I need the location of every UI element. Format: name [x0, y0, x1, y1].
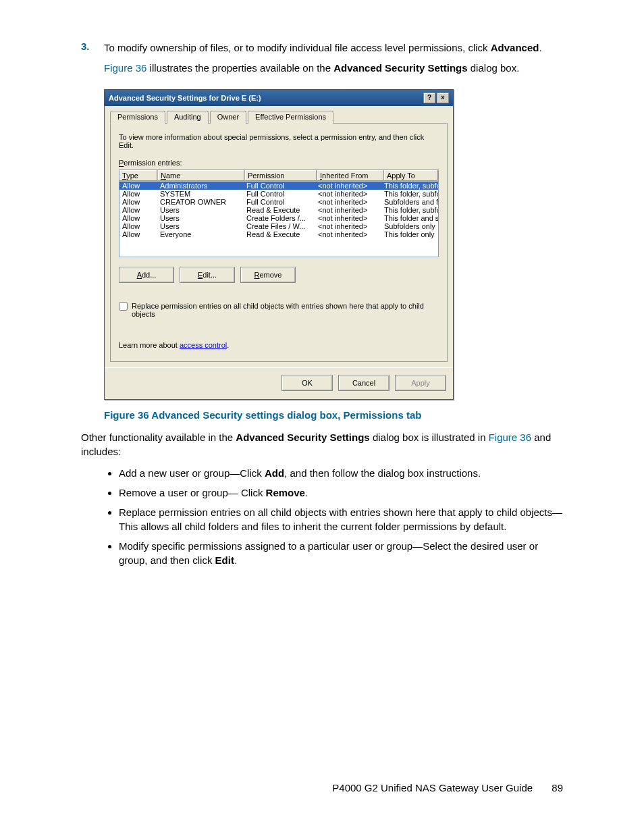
step-number: 3.: [81, 41, 104, 82]
step3-text-pre: To modify ownership of files, or to modi…: [104, 42, 491, 53]
adv-sec-settings-bold-1: Advanced Security Settings: [333, 62, 467, 74]
dialog-titlebar: Advanced Security Settings for Drive E (…: [105, 90, 453, 106]
figure-36-link-2[interactable]: Figure 36: [489, 432, 531, 443]
learn-more: Learn more about access control.: [119, 341, 439, 349]
list-item: Modify specific permissions assigned to …: [119, 539, 563, 567]
table-row[interactable]: AllowUsersCreate Folders /...<not inheri…: [119, 214, 438, 222]
tab-auditing[interactable]: Auditing: [167, 111, 209, 124]
adv-sec-settings-bold-2: Advanced Security Settings: [236, 432, 369, 443]
entry-buttons: Add... Edit... Remove: [119, 267, 439, 283]
after-paragraph: Other functionality available in the Adv…: [81, 430, 563, 460]
step-3: 3. To modify ownership of files, or to m…: [81, 41, 563, 82]
close-icon[interactable]: ×: [437, 93, 449, 103]
table-row[interactable]: AllowCREATOR OWNERFull Control<not inher…: [119, 198, 438, 206]
dialog-title: Advanced Security Settings for Drive E (…: [109, 94, 422, 102]
step3-line2-post: dialog box.: [468, 62, 520, 74]
step3-line2-mid: illustrates the properties available on …: [146, 62, 333, 74]
table-row[interactable]: AllowSYSTEMFull Control<not inherited>Th…: [119, 190, 438, 198]
cancel-button[interactable]: Cancel: [338, 375, 390, 391]
col-permission[interactable]: Permission: [245, 170, 317, 181]
col-type[interactable]: Type: [119, 170, 158, 181]
replace-checkbox-row[interactable]: Replace permission entries on all child …: [119, 302, 439, 318]
figure-36-caption: Figure 36 Advanced Security settings dia…: [104, 409, 563, 421]
replace-checkbox-label: Replace permission entries on all child …: [132, 302, 439, 318]
tab-owner[interactable]: Owner: [210, 111, 246, 124]
footer-title: P4000 G2 Unified NAS Gateway User Guide: [332, 782, 533, 793]
permission-entries-label: Permission entries:: [119, 159, 439, 167]
table-row[interactable]: AllowEveryoneRead & Execute<not inherite…: [119, 230, 438, 238]
dialog-footer: OK Cancel Apply: [105, 367, 453, 399]
add-button[interactable]: Add...: [119, 267, 174, 283]
table-row[interactable]: AllowAdministratorsFull Control<not inhe…: [119, 182, 438, 190]
permission-entries-list[interactable]: Type Name Permission Inherited From Appl…: [119, 170, 439, 257]
step-text: To modify ownership of files, or to modi…: [104, 41, 563, 82]
access-control-link[interactable]: access control: [180, 341, 227, 349]
list-item: Remove a user or group— Click Remove.: [119, 486, 563, 500]
figure-36-link-1[interactable]: Figure 36: [104, 62, 146, 74]
list-item: Add a new user or group—Click Add, and t…: [119, 466, 563, 480]
ok-button[interactable]: OK: [281, 375, 333, 391]
permissions-tab-panel: To view more information about special p…: [110, 123, 448, 362]
page-number: 89: [552, 782, 563, 793]
table-row[interactable]: AllowUsersRead & Execute<not inherited>T…: [119, 206, 438, 214]
col-inherited[interactable]: Inherited From: [317, 170, 384, 181]
table-row[interactable]: AllowUsersCreate Files / W...<not inheri…: [119, 222, 438, 230]
col-apply-to[interactable]: Apply To: [384, 170, 438, 181]
list-item: Replace permission entries on all child …: [119, 505, 563, 533]
replace-checkbox[interactable]: [119, 302, 128, 311]
advanced-keyword: Advanced: [491, 42, 539, 53]
help-icon[interactable]: ?: [423, 93, 435, 103]
advanced-security-dialog: Advanced Security Settings for Drive E (…: [104, 89, 454, 400]
dialog-tabs: Permissions Auditing Owner Effective Per…: [105, 106, 453, 123]
col-name[interactable]: Name: [158, 170, 245, 181]
tab-effective-permissions[interactable]: Effective Permissions: [248, 111, 333, 124]
apply-button[interactable]: Apply: [395, 375, 446, 391]
edit-button[interactable]: Edit...: [180, 267, 235, 283]
tab-permissions[interactable]: Permissions: [110, 111, 165, 124]
permissions-intro: To view more information about special p…: [119, 133, 439, 149]
page-footer: P4000 G2 Unified NAS Gateway User Guide …: [332, 782, 563, 793]
list-header: Type Name Permission Inherited From Appl…: [119, 170, 438, 182]
feature-bullets: Add a new user or group—Click Add, and t…: [104, 466, 563, 567]
remove-button[interactable]: Remove: [240, 267, 296, 283]
step3-text-post: .: [539, 42, 541, 53]
